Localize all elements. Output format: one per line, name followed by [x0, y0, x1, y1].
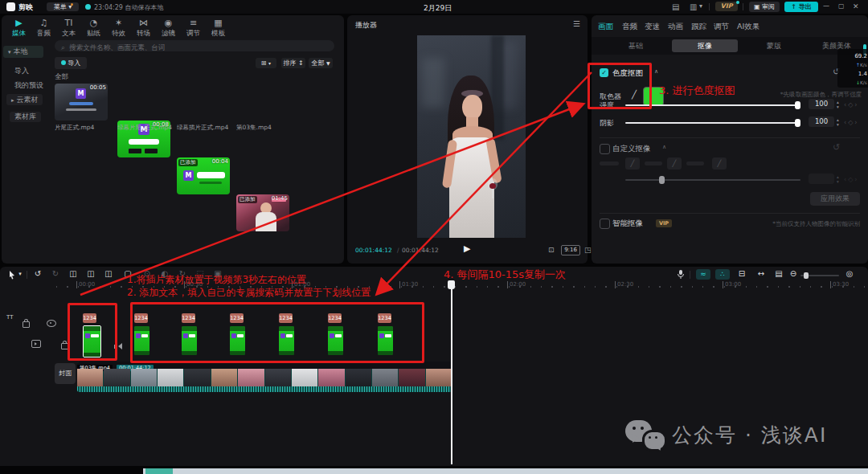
aspect-ratio-button[interactable]: 9:16 — [561, 245, 580, 255]
sidebar-item-import[interactable]: 导入 — [14, 65, 29, 76]
chroma-hint: *先吸取画面颜色，再调节强度 — [765, 91, 862, 99]
keyframe-controls[interactable]: ‹◇› — [844, 119, 859, 126]
cover-button[interactable]: 封面 — [55, 363, 76, 384]
keyframe-controls[interactable]: ‹◇› — [844, 101, 859, 108]
keyframe-next-icon[interactable]: › — [854, 119, 858, 126]
view-mode-button[interactable]: ⊞ ▾ — [256, 58, 276, 68]
tab-ai-effects[interactable]: AI效果 — [737, 22, 760, 32]
sidebar-item-library[interactable]: 素材库 — [10, 112, 41, 122]
player-total-time: 00:01:44:12 — [402, 247, 439, 254]
play-button[interactable]: ▶ — [464, 243, 470, 254]
tab-effects[interactable]: ✶特效 — [106, 18, 131, 39]
tab-label: 调节 — [181, 29, 206, 39]
menu-button[interactable]: 菜单 ▾ — [47, 2, 79, 11]
tab-tracking[interactable]: 跟踪 — [691, 22, 706, 32]
tab-filter[interactable]: ◉滤镜 — [156, 18, 181, 39]
tab-template[interactable]: ▦模板 — [206, 18, 231, 39]
search-icon: ⌕ — [61, 43, 65, 51]
tab-picture[interactable]: 画面 — [598, 22, 613, 32]
tab-speed[interactable]: 变速 — [645, 22, 660, 32]
menu-dot — [71, 3, 73, 6]
shadow-label: 阴影 — [600, 118, 614, 129]
shadow-value[interactable]: 100 — [809, 116, 834, 127]
stepper-down-icon[interactable]: ▾ — [837, 104, 839, 109]
tab-text[interactable]: TI文本 — [56, 18, 81, 39]
tab-sticker[interactable]: ◔贴纸 — [81, 18, 106, 39]
video-frame — [417, 35, 526, 238]
visibility-icon[interactable] — [47, 320, 56, 327]
collapse-caret-icon[interactable]: ∧ — [654, 68, 658, 75]
undo-icon[interactable]: ↺ — [32, 269, 43, 278]
search-box[interactable]: ⌕ 搜索文件名称、画面元素、台词 — [55, 40, 334, 51]
minimize-button[interactable]: — — [823, 2, 829, 10]
layout-caret-icon[interactable]: ▾ — [699, 2, 702, 10]
media-item-thumb[interactable]: 已添加 01:45 — [236, 194, 289, 231]
fit-timeline-icon[interactable]: ◎ — [844, 269, 855, 278]
tab-adjust[interactable]: ≡调节 — [181, 18, 206, 39]
export-button[interactable]: ↑ 导出 — [784, 2, 818, 12]
audio-wave-toggle-icon[interactable]: ≈ — [696, 269, 710, 280]
apply-effect-button[interactable]: 应用效果 — [810, 192, 860, 206]
tab-audio-props[interactable]: 音频 — [622, 22, 637, 32]
close-button[interactable]: ✕ — [853, 2, 859, 10]
subtab-basic[interactable]: 基础 — [603, 39, 669, 52]
snap-toggle-icon[interactable]: ∴ — [715, 269, 730, 280]
tab-animation[interactable]: 动画 — [668, 22, 683, 32]
stepper-down-icon[interactable]: ▾ — [837, 122, 839, 127]
import-button[interactable]: 导入 — [55, 57, 87, 69]
tab-transition[interactable]: ⋈转场 — [131, 18, 156, 39]
sidebar-item-presets[interactable]: 我的预设 — [14, 80, 43, 91]
track-split-icon[interactable]: ⊟ — [736, 269, 747, 278]
shortcut-keyboard-icon[interactable]: ▤ — [672, 2, 679, 11]
shadow-slider[interactable] — [625, 122, 800, 124]
m-logo-icon: M — [76, 88, 86, 99]
main-video-clip[interactable]: 第03集.mp4 00:01:44:12 — [77, 362, 452, 392]
fit-screen-icon[interactable]: ⊡ — [548, 246, 555, 254]
cloud-sync-icon — [85, 4, 91, 10]
keyframe-next-icon[interactable]: › — [854, 101, 858, 108]
strength-value[interactable]: 100 — [809, 99, 834, 109]
review-button[interactable]: ▣ 审阅 — [749, 2, 780, 12]
duration-badge: 00:04 — [212, 158, 228, 165]
player-menu-icon[interactable]: ☰ — [573, 19, 580, 28]
layout-switch-icon[interactable]: ▥ — [690, 2, 697, 11]
maximize-button[interactable]: ▢ — [838, 2, 845, 10]
tab-audio[interactable]: ♫音频 — [31, 18, 56, 39]
brush-tool-button: ╱ — [625, 157, 640, 170]
subtab-mask[interactable]: 蒙版 — [741, 39, 807, 52]
strength-slider-thumb[interactable] — [795, 101, 800, 109]
template-icon: ▦ — [206, 18, 231, 28]
ruler-label: 00:00 — [76, 281, 95, 288]
shadow-slider-thumb[interactable] — [795, 119, 800, 127]
zoom-out-icon[interactable]: ⊖ — [788, 269, 799, 278]
preview-axis-icon[interactable]: ▤ — [773, 269, 784, 278]
shadow-stepper[interactable]: ▴▾ — [837, 117, 839, 127]
sidebar-item-cloud[interactable]: ▸ 云素材 — [6, 94, 43, 105]
microphone-icon[interactable] — [677, 269, 685, 280]
media-item-thumb[interactable]: M 00:05 — [55, 84, 108, 121]
collapse-caret-icon[interactable]: ∧ — [662, 144, 666, 150]
select-tool-caret-icon[interactable]: ▾ — [14, 271, 26, 277]
link-icon[interactable]: ↔ — [755, 269, 767, 278]
split-icon[interactable]: ◫ — [68, 269, 79, 278]
playhead-line[interactable] — [451, 280, 452, 464]
media-item-thumb[interactable]: M 已添加 00:04 — [177, 157, 230, 194]
redo-icon[interactable]: ↻ — [50, 269, 61, 278]
lock-icon[interactable] — [23, 321, 30, 328]
sort-button[interactable]: 排序 ↕ — [281, 58, 305, 68]
timeline-zoom-thumb[interactable] — [804, 272, 809, 279]
strength-stepper[interactable]: ▴▾ — [837, 100, 839, 109]
filter-button[interactable]: 全部 ▼ — [309, 58, 333, 68]
subtab-cutout[interactable]: 抠像 — [672, 39, 738, 52]
vip-badge[interactable]: VIP — [715, 2, 738, 11]
tab-media[interactable]: ▶媒体 — [6, 18, 31, 39]
fullscreen-icon[interactable]: ◳ — [584, 246, 592, 254]
media-grid: M 00:05 M 00:08 M 已添加 00:04 — [55, 84, 341, 137]
custom-cutout-checkbox[interactable] — [600, 144, 610, 154]
tab-adjust-props[interactable]: 调节 — [714, 22, 729, 32]
smart-cutout-checkbox[interactable] — [600, 219, 610, 229]
sidebar-item-local[interactable]: ▾ 本地 — [3, 46, 43, 58]
split-left-icon[interactable]: ◫ — [85, 269, 96, 278]
split-right-icon[interactable]: ◫ — [103, 269, 114, 278]
keyframe-controls: ‹◇› — [844, 176, 859, 183]
